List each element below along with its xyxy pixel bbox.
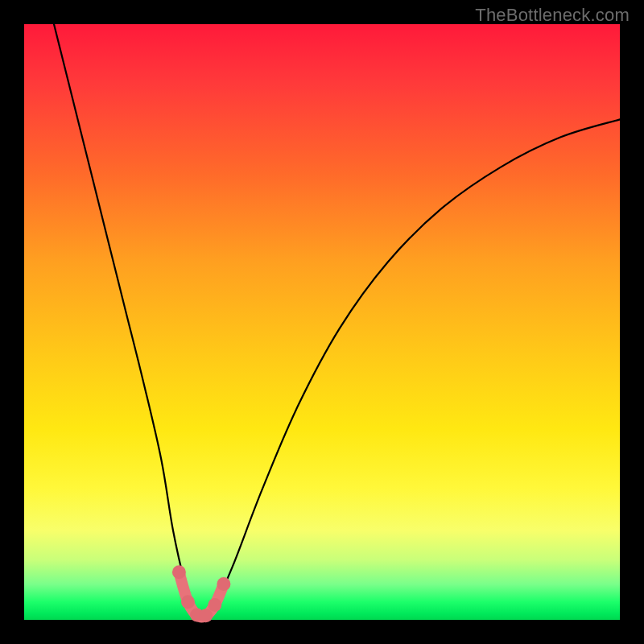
optimal-point xyxy=(217,577,230,591)
bottleneck-curve xyxy=(54,24,620,618)
optimal-point xyxy=(208,598,221,612)
chart-container: TheBottleneck.com xyxy=(0,0,644,644)
optimal-point xyxy=(181,595,195,609)
curve-svg xyxy=(24,24,620,620)
optimal-highlight xyxy=(172,565,231,622)
plot-area xyxy=(24,24,620,620)
optimal-point xyxy=(199,609,213,622)
optimal-point xyxy=(172,565,186,579)
watermark-text: TheBottleneck.com xyxy=(475,5,630,26)
